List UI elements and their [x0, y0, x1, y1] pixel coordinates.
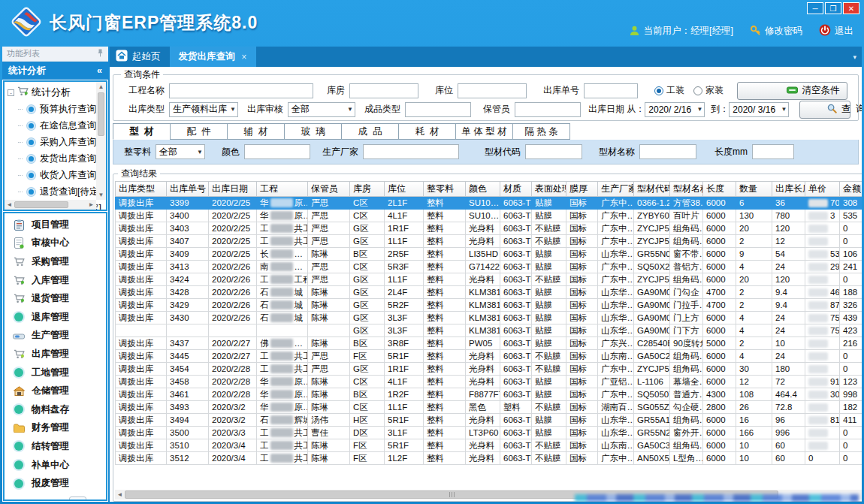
column-header[interactable]: 保管员	[308, 182, 350, 197]
scroll-thumb[interactable]	[14, 201, 68, 208]
length-mm-input[interactable]	[752, 144, 794, 159]
tree-vertical-scrollbar[interactable]: ▲ ▼	[96, 82, 106, 200]
column-header[interactable]: 整零料	[424, 182, 466, 197]
tab-list-caret-icon[interactable]: ▾	[853, 53, 856, 61]
tree-item-3[interactable]: 采购入库查询	[8, 134, 95, 150]
sidebar-item-14[interactable]: 补单中心	[5, 456, 106, 475]
column-header[interactable]: 金额	[840, 182, 862, 197]
tree-item-2[interactable]: 在途信息查询[待	[8, 117, 95, 134]
scroll-left-arrow[interactable]: ◄	[115, 490, 125, 499]
scroll-right-arrow[interactable]: ►	[86, 200, 96, 210]
profile-code-input[interactable]	[525, 144, 582, 159]
tree-item-6[interactable]: 退货查询[待定]	[8, 183, 95, 200]
sidebar-item-3[interactable]: 采购管理	[5, 252, 106, 271]
radio-gongzhuang-label[interactable]: 工装	[666, 84, 684, 97]
tree-item-1[interactable]: 预算执行查询	[8, 101, 95, 117]
column-header[interactable]: 单价	[805, 182, 840, 197]
radio-jiazhuang-label[interactable]: 家装	[705, 84, 724, 97]
material-tab-7[interactable]: 单 体 型 材	[455, 123, 513, 140]
tab-close-icon[interactable]: ×	[242, 52, 247, 62]
column-header[interactable]: 出库类型	[116, 182, 167, 197]
scroll-thumb[interactable]	[98, 92, 104, 136]
table-row[interactable]: 调拨出库34242020/2/26工工程严思G区1L1F整料光身料6063-T5…	[116, 273, 862, 286]
tab-shipping-outbound-query[interactable]: 发货出库查询 ×	[170, 47, 256, 67]
table-row[interactable]: 调拨出库35122020/3/4工共工程陈琳F区1L2F整料光身料6063-T5…	[116, 452, 862, 465]
sidebar-item-2[interactable]: 审核中心	[5, 234, 106, 253]
table-row[interactable]: 调拨出库35102020/3/4工共工程陈琳F区5R1F整料光身料6063-T5…	[116, 439, 862, 452]
tree-expander-icon[interactable]: -	[8, 89, 14, 96]
table-row[interactable]: 调拨出库34372020/2/27佛…陈琳B区3R8F整料PW056063-T5…	[116, 337, 862, 350]
date-from-picker[interactable]: 2020/ 2/16▼	[645, 102, 705, 117]
scroll-up-arrow[interactable]: ▲	[96, 82, 106, 92]
column-header[interactable]: 出库长度	[772, 182, 805, 197]
logout[interactable]: 退出	[819, 24, 853, 38]
column-header[interactable]: 长度	[703, 182, 736, 197]
column-header[interactable]: 材质	[500, 182, 532, 197]
radio-jiazhuang[interactable]	[693, 86, 702, 95]
table-row[interactable]: 调拨出库34282020/2/26石城陈琳G区2L4F整料KLM38176063…	[116, 286, 862, 299]
close-button[interactable]: ✕	[843, 2, 859, 14]
sidebar-item-12[interactable]: 财务管理	[5, 419, 106, 438]
table-row[interactable]: 调拨出库34932020/3/2华原…陈琳C区1L1F整料黑色塑料不贴膜国标湖南…	[116, 401, 862, 414]
column-header[interactable]: 数量	[736, 182, 772, 197]
column-header[interactable]: 库房	[350, 182, 385, 197]
location-input[interactable]	[458, 83, 527, 98]
minimize-button[interactable]: ─	[807, 2, 823, 14]
table-row[interactable]: 调拨出库34452020/2/27工共工程严思F区5R1F整料光身料6063-T…	[116, 350, 862, 363]
tab-home[interactable]: 起始页	[110, 47, 170, 67]
table-row[interactable]: 调拨出库34292020/2/26石城陈琳G区5R2F整料KLM38176063…	[116, 299, 862, 312]
table-row[interactable]: 调拨出库33992020/2/25华原…严思C区2L1F整料SU10…6063-…	[116, 197, 862, 210]
table-row[interactable]: 调拨出库35002020/3/3工共工程曹佳D区3L1F整料LT3P606063…	[116, 427, 862, 439]
material-tab-6[interactable]: 耗 材	[398, 123, 456, 140]
material-tab-1[interactable]: 型 材	[113, 123, 171, 140]
cart-shortcut-button[interactable]	[69, 496, 87, 501]
manufacturer-input[interactable]	[363, 144, 459, 159]
table-row[interactable]: 调拨出库34542020/2/28工共工程严思G区1R1F整料光身料6063-T…	[116, 363, 862, 376]
maximize-button[interactable]: ❐	[825, 2, 841, 14]
column-header[interactable]: 型材名称	[670, 182, 703, 197]
outbound-type-select[interactable]: 生产领料出库▼	[169, 102, 238, 117]
material-tab-2[interactable]: 配 件	[170, 123, 228, 140]
table-row[interactable]: 调拨出库34302020/2/26石城陈琳G区3L3F整料KLM38176063…	[116, 312, 862, 324]
profile-name-input[interactable]	[639, 144, 696, 159]
column-header[interactable]: 生产厂家	[598, 182, 634, 197]
sidebar-item-6[interactable]: 退库管理	[5, 308, 106, 327]
material-tab-4[interactable]: 玻 璃	[284, 123, 342, 140]
material-tab-5[interactable]: 成 品	[341, 123, 399, 140]
table-row[interactable]: G区3L3F整料KLM38176063-T5贴膜国标山东华…GA90M09…门下…	[116, 324, 862, 337]
collapse-icon[interactable]: «	[97, 65, 102, 76]
material-tab-8[interactable]: 隔 热 条	[512, 123, 570, 140]
table-row[interactable]: 调拨出库34072020/2/25工共工程严思G区1L1F整料光身料6063-T…	[116, 235, 862, 248]
scroll-left-arrow[interactable]: ◄	[5, 200, 14, 210]
sidebar-item-10[interactable]: 仓储管理	[5, 382, 106, 400]
sidebar-item-15[interactable]: 报废管理	[5, 474, 106, 493]
sidebar-item-5[interactable]: 退货管理	[5, 289, 106, 308]
order-no-input[interactable]	[584, 83, 638, 98]
table-row[interactable]: 调拨出库34942020/3/2石辉城汤伟H区5R1F整料光身料6063-T5贴…	[116, 414, 862, 427]
column-header[interactable]: 膜厚	[566, 182, 598, 197]
tree-item-5[interactable]: 收货入库查询	[8, 167, 95, 183]
warehouse-input[interactable]	[349, 83, 418, 98]
column-header[interactable]: 颜色	[466, 182, 500, 197]
search-button[interactable]: 查 询	[799, 101, 850, 119]
table-row[interactable]: 调拨出库34092020/2/25长…陈琳B区2R5F整料LI35HD6063-…	[116, 248, 862, 261]
column-header[interactable]: 表面处理	[532, 182, 566, 197]
more-menu-toggle[interactable]: » ▾	[98, 500, 103, 501]
table-row[interactable]: 调拨出库34582020/2/28华原…陈琳C区4L1F整料光身料6063-T5…	[116, 376, 862, 388]
outbound-audit-select[interactable]: 全部▼	[288, 102, 355, 117]
table-row[interactable]: 调拨出库34032020/2/25工共工程严思G区1R1F整料光身料6063-T…	[116, 222, 862, 235]
tree-horizontal-scrollbar[interactable]: ◄ ►	[5, 200, 96, 210]
table-row[interactable]: 调拨出库34132020/2/26南…严思C区5R3F整料G714226063-…	[116, 261, 862, 273]
table-row[interactable]: 调拨出库34002020/2/25华原…严思C区4L1F整料SU10…6063-…	[116, 210, 862, 222]
column-header[interactable]: 库位	[385, 182, 424, 197]
tree-root-statistics[interactable]: - 统计分析	[8, 84, 95, 101]
sidebar-item-13[interactable]: 结转管理	[5, 437, 106, 456]
color-input[interactable]	[244, 144, 310, 159]
tree-item-4[interactable]: 发货出库查询	[8, 150, 95, 167]
sidebar-item-1[interactable]: 项目管理	[5, 216, 106, 234]
column-header[interactable]: 出库日期	[209, 182, 257, 197]
sidebar-item-11[interactable]: 物料盘存	[5, 400, 106, 419]
sidebar-item-4[interactable]: 入库管理	[5, 271, 106, 290]
column-header[interactable]: 出库单号	[167, 182, 209, 197]
section-header-statistics[interactable]: 统计分析 «	[2, 62, 108, 80]
